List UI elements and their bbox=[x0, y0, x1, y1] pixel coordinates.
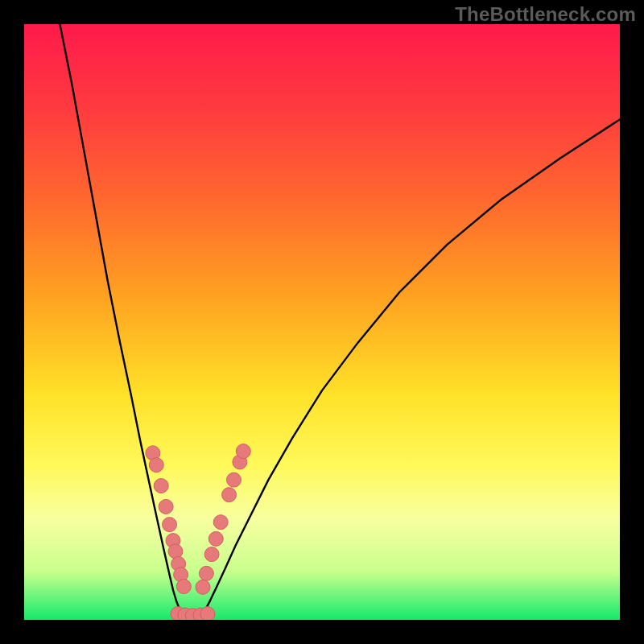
data-marker bbox=[222, 488, 237, 502]
gradient-background bbox=[24, 24, 620, 620]
data-marker bbox=[149, 458, 163, 473]
data-marker bbox=[163, 518, 177, 532]
plot-svg bbox=[24, 24, 620, 620]
chart-stage: TheBottleneck.com bbox=[0, 0, 644, 644]
data-marker bbox=[204, 547, 219, 562]
data-marker bbox=[154, 479, 168, 493]
watermark-label: TheBottleneck.com bbox=[455, 3, 636, 26]
data-marker bbox=[236, 444, 250, 459]
plot-area bbox=[24, 24, 620, 620]
data-marker bbox=[196, 580, 210, 594]
data-marker bbox=[159, 499, 173, 514]
data-marker bbox=[208, 531, 223, 546]
data-marker bbox=[199, 566, 213, 580]
data-marker bbox=[168, 544, 183, 559]
data-marker bbox=[176, 580, 191, 594]
data-marker bbox=[200, 607, 215, 620]
data-marker bbox=[213, 515, 228, 530]
data-marker bbox=[226, 473, 241, 487]
